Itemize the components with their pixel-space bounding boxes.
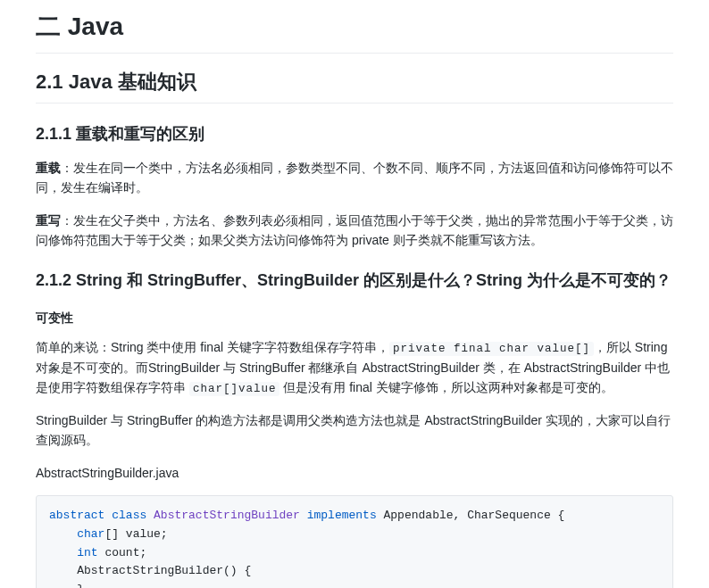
paragraph-overload: 重载：发生在同一个类中，方法名必须相同，参数类型不同、个数不同、顺序不同，方法返…: [36, 158, 673, 198]
inline-code-char-value: char[]value: [189, 382, 280, 396]
heading-level-1: 二 Java: [36, 7, 673, 54]
heading-level-2: 2.1 Java 基础知识: [36, 66, 673, 104]
paragraph-mutability-1: 简单的来说：String 类中使用 final 关键字字符数组保存字符串，pri…: [36, 337, 673, 398]
text: 但是没有用 final 关键字修饰，所以这两种对象都是可变的。: [279, 380, 613, 394]
paragraph-filename: AbstractStringBuilder.java: [36, 463, 673, 483]
heading-2-1-2: 2.1.2 String 和 StringBuffer、StringBuilde…: [36, 268, 673, 294]
paragraph-mutability-2: StringBuilder 与 StringBuffer 的构造方法都是调用父类…: [36, 410, 673, 451]
paragraph-override: 重写：发生在父子类中，方法名、参数列表必须相同，返回值范围小于等于父类，抛出的异…: [36, 211, 673, 251]
subheading-mutability: 可变性: [36, 308, 673, 327]
inline-code-private-final: private final char value[]: [389, 342, 594, 356]
text: 简单的来说：String 类中使用 final 关键字字符数组保存字符串，: [36, 340, 389, 354]
label-override: 重写: [36, 213, 61, 228]
text-override: ：发生在父子类中，方法名、参数列表必须相同，返回值范围小于等于父类，抛出的异常范…: [36, 213, 673, 247]
code-block-abstractstringbuilder: abstract class AbstractStringBuilder imp…: [36, 495, 673, 588]
heading-2-1-1: 2.1.1 重载和重写的区别: [36, 121, 673, 147]
label-overload: 重载: [36, 161, 61, 175]
text-overload: ：发生在同一个类中，方法名必须相同，参数类型不同、个数不同、顺序不同，方法返回值…: [36, 161, 673, 195]
